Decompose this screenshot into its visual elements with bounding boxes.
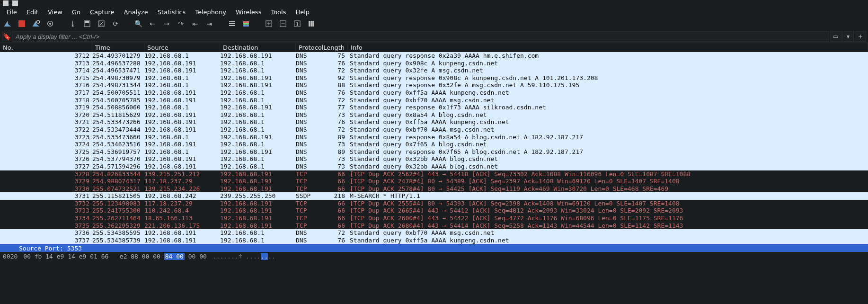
resize-columns-icon[interactable] [307,19,316,28]
col-source[interactable]: Source [144,43,220,52]
detail-text: Source Port: 5353 [19,245,82,252]
packet-row[interactable]: 3725254.536919757192.168.68.1192.168.68.… [0,148,868,156]
packet-row[interactable]: 3721254.533473266192.168.68.191192.168.6… [0,118,868,126]
col-no[interactable]: No. [0,43,92,52]
svg-rect-12 [243,23,249,25]
packet-row[interactable]: 3737255.534385739192.168.68.191192.168.6… [0,237,868,244]
window-icon [3,0,9,6]
svg-rect-11 [243,21,249,23]
svg-text:1: 1 [296,22,299,27]
window-icon [12,0,18,6]
menu-capture[interactable]: Capture [85,7,119,17]
menu-help[interactable]: Help [291,7,314,17]
packet-row[interactable]: 3735255.362295329221.206.136.175192.168.… [0,222,868,230]
svg-rect-23 [312,21,314,27]
svg-rect-21 [309,21,310,27]
titlebar [0,0,868,7]
menu-go[interactable]: Go [67,7,85,17]
packet-row[interactable]: 3728254.826833344139.215.251.212192.168.… [0,170,868,178]
packet-row[interactable]: 3713254.496537288192.168.68.191192.168.6… [0,60,868,67]
packet-detail-selected[interactable]: Source Port: 5353 [0,244,868,252]
packet-row[interactable]: 3724254.534623516192.168.68.191192.168.6… [0,141,868,148]
filter-add-button[interactable]: + [855,31,866,42]
menu-analyze[interactable]: Analyze [119,7,153,17]
menu-tools[interactable]: Tools [266,7,291,17]
col-length[interactable]: Length [324,43,348,52]
packet-list-headers: No. Time Source Destination Protocol Len… [0,43,868,52]
col-protocol[interactable]: Protocol [296,43,324,52]
svg-rect-13 [243,25,249,27]
hex-bytes: 00 fb 14 e9 14 e9 01 66 e2 88 00 00 84 0… [23,253,207,260]
open-file-icon[interactable]: ⭳ [68,19,78,28]
svg-rect-10 [229,25,235,26]
packet-row[interactable]: 3717254.500705511192.168.68.191192.168.6… [0,89,868,97]
col-time[interactable]: Time [92,43,144,52]
packet-row[interactable]: 3730255.074732521139.215.234.226192.168.… [0,185,868,193]
go-to-packet-icon[interactable]: ↷ [176,19,186,28]
restart-capture-icon[interactable] [31,19,41,28]
packet-row[interactable]: 3720254.511815629192.168.68.191192.168.6… [0,111,868,119]
menu-view[interactable]: View [43,7,67,17]
packet-row[interactable]: 3733255.241755300110.242.68.4192.168.68.… [0,207,868,215]
col-info[interactable]: Info [348,43,868,52]
zoom-out-icon[interactable] [278,19,288,28]
packet-row[interactable]: 3727254.571594296192.168.68.191192.168.6… [0,163,868,170]
svg-point-0 [37,20,40,23]
svg-rect-9 [229,23,235,24]
auto-scroll-icon[interactable] [227,19,237,28]
col-destination[interactable]: Destination [220,43,296,52]
packet-row[interactable]: 3718254.500705785192.168.68.191192.168.6… [0,97,868,104]
packet-row[interactable]: 3714254.496537471192.168.68.191192.168.6… [0,67,868,74]
menu-statistics[interactable]: Statistics [153,7,190,17]
packet-row[interactable]: 3719254.508856060192.168.68.1192.168.68.… [0,104,868,111]
packet-row[interactable]: 3732255.123498083117.18.237.29192.168.68… [0,200,868,207]
display-filter-input[interactable] [12,31,829,42]
svg-rect-8 [229,21,235,22]
start-capture-icon[interactable] [3,19,12,28]
packet-row[interactable]: 3736255.534385595192.168.68.191192.168.6… [0,229,868,237]
filter-expression-button[interactable]: ▭ [830,31,841,42]
reload-icon[interactable]: ⟳ [111,19,120,28]
close-file-icon[interactable] [97,19,106,28]
zoom-reset-icon[interactable]: 1 [292,19,302,28]
packet-row[interactable]: 3729254.988074317117.18.237.29192.168.68… [0,178,868,185]
menubar: File Edit View Go Capture Analyze Statis… [0,7,868,17]
svg-point-2 [49,23,51,25]
menu-telephony[interactable]: Telephony [190,7,231,17]
zoom-in-icon[interactable] [264,19,274,28]
packet-row[interactable]: 3722254.533473444192.168.68.191192.168.6… [0,126,868,134]
go-back-icon[interactable]: ← [148,19,157,28]
menu-wireless[interactable]: Wireless [231,7,266,17]
packet-row[interactable]: 3734255.26271146418.65.166.113192.168.68… [0,215,868,222]
packet-row[interactable]: 3726254.537794370192.168.68.191192.168.6… [0,155,868,163]
bookmark-icon[interactable]: 🔖 [2,32,11,41]
hex-offset: 0020 [3,253,18,260]
go-last-icon[interactable]: ⇥ [204,19,214,28]
find-icon[interactable]: 🔍 [133,19,143,28]
toolbar: ⭳ ⟳ 🔍 ← → ↷ ⇤ ⇥ 1 [0,17,868,30]
save-file-icon[interactable] [82,19,92,28]
go-first-icon[interactable]: ⇤ [190,19,200,28]
svg-rect-22 [310,21,312,27]
packet-row[interactable]: 3712254.493701279192.168.68.1192.168.68.… [0,52,868,60]
menu-edit[interactable]: Edit [22,7,43,17]
hex-ascii: .......f ........ [213,253,275,260]
packet-list[interactable]: 3712254.493701279192.168.68.1192.168.68.… [0,52,868,244]
packet-row[interactable]: 3716254.498731344192.168.68.1192.168.68.… [0,81,868,89]
stop-capture-icon[interactable] [17,19,27,28]
packet-row[interactable]: 3731255.115821505192.168.68.242239.255.2… [0,192,868,200]
filter-dropdown-button[interactable]: ▾ [842,31,854,42]
capture-options-icon[interactable] [45,19,55,28]
packet-row[interactable]: 3723254.533473660192.168.68.1192.168.68.… [0,134,868,141]
filter-bar: 🔖 ▭ ▾ + [0,30,868,43]
colorize-icon[interactable] [241,19,251,28]
hex-pane[interactable]: 0020 00 fb 14 e9 14 e9 01 66 e2 88 00 00… [0,252,868,260]
menu-file[interactable]: File [2,7,22,17]
go-forward-icon[interactable]: → [162,19,171,28]
svg-rect-4 [85,21,89,23]
packet-row[interactable]: 3715254.498730979192.168.68.1192.168.68.… [0,74,868,82]
